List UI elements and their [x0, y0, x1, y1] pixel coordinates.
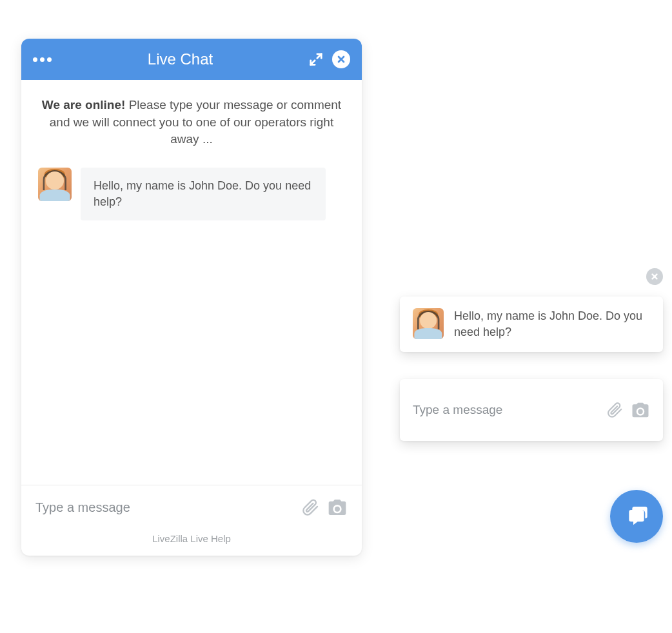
menu-icon[interactable] [33, 57, 52, 62]
chat-body: We are online! Please type your message … [21, 80, 362, 485]
popup-operator-avatar [413, 308, 444, 339]
attachment-icon[interactable] [301, 498, 319, 516]
popup-camera-icon[interactable] [631, 400, 650, 420]
header-left-controls [33, 57, 52, 62]
header-right-controls [309, 50, 350, 68]
operator-avatar [38, 168, 72, 201]
popup-message-card[interactable]: Hello, my name is John Doe. Do you need … [400, 297, 663, 352]
operator-message-bubble: Hello, my name is John Doe. Do you need … [81, 168, 326, 220]
popup-message-text: Hello, my name is John Doe. Do you need … [454, 308, 650, 340]
chat-window: Live Chat We are online! Please type you… [21, 39, 362, 556]
expand-icon[interactable] [309, 52, 323, 66]
camera-icon[interactable] [327, 497, 348, 518]
operator-message-row: Hello, my name is John Doe. Do you need … [38, 168, 345, 220]
chat-title: Live Chat [52, 50, 309, 68]
close-icon[interactable] [332, 50, 350, 68]
chat-footer-link[interactable]: LiveZilla Live Help [21, 521, 362, 556]
chat-launcher-button[interactable] [610, 490, 663, 543]
popup-message-input[interactable] [413, 403, 598, 417]
intro-bold: We are online! [42, 98, 126, 112]
message-input[interactable] [35, 500, 293, 515]
popup-attachment-icon[interactable] [606, 402, 623, 418]
popup-close-icon[interactable] [646, 268, 663, 285]
chat-input-row [21, 485, 362, 521]
popup-input-card [400, 379, 663, 441]
chat-header: Live Chat [21, 39, 362, 80]
intro-text: We are online! Please type your message … [38, 97, 345, 148]
